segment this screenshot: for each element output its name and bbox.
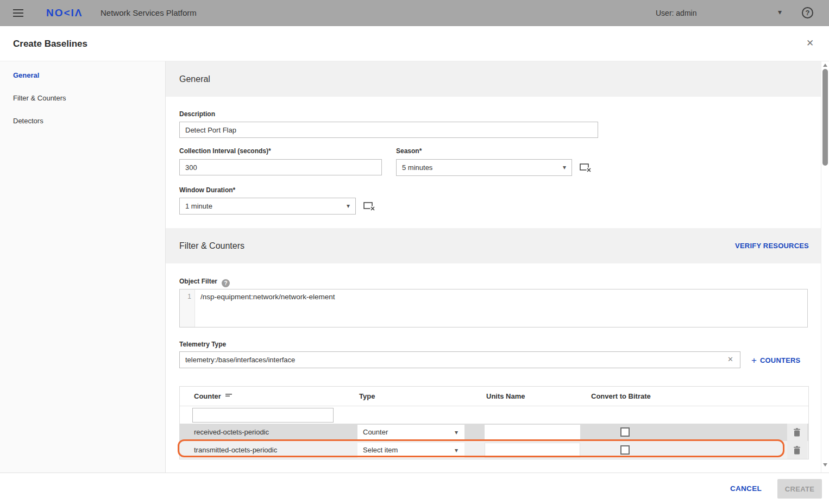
convert-to-bitrate-checkbox[interactable] — [620, 427, 630, 437]
collection-interval-input[interactable] — [179, 159, 382, 175]
object-filter-value: /nsp-equipment:network/network-element — [200, 293, 335, 301]
telemetry-type-label: Telemetry Type — [179, 341, 226, 348]
chevron-down-icon: ▾ — [455, 443, 458, 458]
counter-name: transmitted-octets-periodic — [180, 441, 357, 459]
window-duration-value: 1 minute — [185, 202, 212, 210]
season-label: Season* — [396, 147, 422, 155]
telemetry-type-clear-icon[interactable]: ✕ — [727, 355, 733, 363]
column-header-type[interactable]: Type — [357, 387, 375, 406]
add-counters-button[interactable]: +COUNTERS — [751, 351, 801, 368]
scroll-up-arrow-icon[interactable] — [823, 64, 827, 67]
cancel-button[interactable]: CANCEL — [730, 473, 762, 504]
general-section-header: General — [166, 61, 821, 97]
column-header-units-name[interactable]: Units Name — [475, 387, 525, 406]
telemetry-type-input[interactable] — [180, 352, 718, 368]
season-value: 5 minutes — [402, 163, 432, 172]
dialog-footer: CANCEL CREATE — [0, 472, 829, 504]
object-filter-help-icon[interactable]: ? — [222, 279, 230, 287]
season-select[interactable]: 5 minutes ▾ — [396, 159, 572, 176]
sidebar-item-general[interactable]: General — [13, 71, 39, 79]
editor-line-number: 1 — [180, 289, 195, 327]
season-clear-field-icon[interactable] — [580, 163, 592, 173]
table-filter-row — [180, 406, 808, 424]
description-label: Description — [179, 110, 215, 118]
window-duration-select[interactable]: 1 minute ▾ — [179, 198, 356, 215]
scrollbar-thumb[interactable] — [822, 69, 828, 166]
filter-counters-section-title: Filter & Counters — [179, 228, 244, 263]
chevron-down-icon: ▾ — [347, 198, 350, 214]
delete-row-icon[interactable] — [793, 428, 801, 437]
column-header-convert-to-bitrate[interactable]: Convert to Bitrate — [584, 387, 651, 406]
page-title: Create Baselines — [13, 26, 87, 61]
table-row: received-octets-periodic Counter ▾ — [180, 424, 808, 441]
column-header-counter[interactable]: Counter — [180, 392, 221, 400]
create-button[interactable]: CREATE — [777, 479, 822, 499]
delete-row-icon[interactable] — [793, 446, 801, 455]
convert-to-bitrate-checkbox[interactable] — [620, 445, 630, 455]
window-duration-clear-field-icon[interactable] — [363, 201, 375, 211]
telemetry-type-field: ✕ — [179, 351, 740, 368]
units-name-input[interactable] — [485, 425, 580, 440]
close-icon[interactable]: ✕ — [806, 37, 814, 49]
table-header-row: Counter Type Units Name Convert to Bitra… — [180, 387, 808, 406]
user-menu-caret-icon[interactable]: ▾ — [778, 8, 782, 16]
filter-counters-section-header: Filter & Counters VERIFY RESOURCES — [166, 228, 821, 263]
sort-icon[interactable] — [225, 390, 233, 400]
user-label: User: admin — [656, 9, 696, 17]
type-select[interactable]: Counter ▾ — [357, 425, 464, 440]
plus-icon: + — [751, 355, 757, 366]
collection-interval-label: Collection Interval (seconds)* — [179, 147, 271, 155]
chevron-down-icon: ▾ — [455, 425, 458, 440]
type-select[interactable]: Select item ▾ — [357, 443, 464, 458]
help-icon[interactable]: ? — [802, 7, 813, 18]
scroll-down-arrow-icon[interactable] — [823, 463, 827, 467]
app-title: Network Services Platform — [101, 8, 197, 17]
sidebar: General Filter & Counters Detectors — [0, 61, 166, 472]
counter-filter-input[interactable] — [192, 408, 334, 423]
counter-name: received-octets-periodic — [180, 424, 357, 441]
dialog-content: General Description Collection Interval … — [166, 61, 821, 472]
units-name-input[interactable] — [485, 443, 580, 458]
menu-icon[interactable] — [13, 9, 23, 17]
sidebar-item-filter-counters[interactable]: Filter & Counters — [13, 94, 66, 102]
nokia-logo: NO<IΛ — [46, 7, 83, 19]
general-section-title: General — [179, 61, 210, 97]
vertical-scrollbar[interactable] — [821, 61, 829, 472]
object-filter-editor[interactable]: 1 /nsp-equipment:network/network-element — [179, 289, 808, 327]
top-app-bar: NO<IΛ Network Services Platform User: ad… — [0, 0, 829, 26]
chevron-down-icon: ▾ — [563, 160, 566, 175]
sidebar-item-detectors[interactable]: Detectors — [13, 117, 43, 125]
verify-resources-button[interactable]: VERIFY RESOURCES — [735, 228, 809, 263]
window-duration-label: Window Duration* — [179, 186, 235, 194]
dialog-header: Create Baselines ✕ — [0, 26, 829, 61]
table-row: transmitted-octets-periodic Select item … — [180, 441, 808, 459]
counters-table: Counter Type Units Name Convert to Bitra… — [179, 386, 809, 459]
description-input[interactable] — [179, 122, 598, 138]
object-filter-label: Object Filter? — [179, 278, 230, 287]
